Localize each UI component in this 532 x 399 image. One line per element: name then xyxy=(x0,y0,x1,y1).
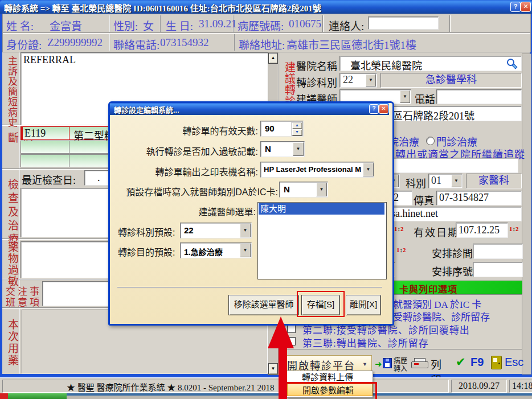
dialog-help-button[interactable]: ? xyxy=(369,104,379,114)
selected-row-marker xyxy=(21,127,23,139)
dialog-separator xyxy=(117,287,382,288)
referral-dept-combo[interactable]: 22 ▼ xyxy=(339,73,377,88)
patient-chart-value: 010675 xyxy=(289,18,321,30)
menu-item-highlight xyxy=(283,382,377,399)
seq-label: 安排序號 xyxy=(432,264,473,278)
check-icon: ✔ xyxy=(456,355,466,369)
taskbar-strip xyxy=(0,393,532,399)
status-cell-time: 14:18 xyxy=(509,380,532,393)
doctor-listbox[interactable]: 陳大明 xyxy=(257,202,387,279)
import-record-label-2: 轉入 xyxy=(394,363,407,373)
complaint-text: REFERRAL xyxy=(23,54,76,66)
printer-value: HP LaserJet Professional M xyxy=(264,165,362,174)
spinner-down-icon[interactable]: ▼ xyxy=(292,129,302,136)
scroll-down-button[interactable]: ▼ xyxy=(268,363,278,375)
import-record-button[interactable]: ➜ 病歷 轉入 xyxy=(375,355,408,374)
date-sort-icon[interactable]: 1↕2 xyxy=(394,225,404,232)
esc-label: Esc xyxy=(505,356,523,369)
patient-name-label: 姓 名: xyxy=(6,18,34,33)
valid-date-input[interactable]: 107.12.25 xyxy=(456,223,508,238)
date-sort-icon[interactable]: 1↕2 xyxy=(509,225,519,232)
chevron-down-icon[interactable]: ▼ xyxy=(240,244,251,257)
fax-input[interactable]: 07-3154827 xyxy=(436,191,522,205)
room-input[interactable] xyxy=(473,244,523,259)
patient-phone-value: 073154932 xyxy=(160,36,209,49)
valid-days-label: 轉診單的有效天數: xyxy=(144,124,258,137)
radio-outpatient[interactable] xyxy=(426,137,435,145)
window-title: 轉診系統 => 轉至 臺北榮民總醫院 ID:0601160016 住址:台北市北… xyxy=(4,2,505,14)
print-option-fragment-2: 受轉診醫院、診所留存 xyxy=(393,309,490,323)
status-date: 2018.09.27 xyxy=(459,381,500,390)
doctor-list-item-selected[interactable]: 陳大明 xyxy=(259,203,384,215)
hospital-label: 醫院名稱 xyxy=(296,58,337,73)
window-border-left xyxy=(0,0,2,377)
window-close-button[interactable]: ✕ xyxy=(521,2,531,12)
patient-address-value: 高雄市三民區德北街1號1樓 xyxy=(287,36,416,52)
patient-gender-value: 女 xyxy=(143,18,154,33)
dialog-close-button[interactable]: ✕ xyxy=(379,104,388,114)
purpose-default-value: 1.急診治療 xyxy=(184,246,223,257)
valid-days-spinner[interactable]: 90 ▲ ▼ xyxy=(260,121,304,137)
fax-label: 傳真 xyxy=(414,192,434,207)
hospital-input[interactable]: 臺北榮民總醫院 xyxy=(339,56,522,71)
esc-exit-button[interactable]: Esc xyxy=(491,354,529,373)
date-sort-icon[interactable]: 1↕2 xyxy=(396,246,406,253)
allergy-flag-combo[interactable]: N ▼ xyxy=(260,141,305,157)
patient-id-value: Z299999992 xyxy=(47,36,103,49)
remove-doctor-button[interactable]: 移除該選單醫師 xyxy=(228,295,299,315)
dept-default-value: 22 xyxy=(184,225,194,235)
patient-contact-input[interactable] xyxy=(368,17,439,30)
print-button[interactable]: 列印 xyxy=(411,355,451,374)
scroll-up-button[interactable]: ▲ xyxy=(268,53,278,64)
referral-dept-label: 轉診科別 xyxy=(296,75,337,89)
referral-dept-name-box: 急診醫學科 xyxy=(380,73,522,88)
dept2-code: 01 xyxy=(431,175,441,187)
chevron-down-icon[interactable]: ▼ xyxy=(400,91,410,103)
f9-label: F9 xyxy=(470,356,484,369)
fax-value: 07-3154827 xyxy=(439,192,489,204)
status-app-info: ★ 醫聖 醫療院所作業系統 ★ 8.0201 - September.21 20… xyxy=(67,381,275,393)
diagnosis-code: E119 xyxy=(24,127,46,139)
patient-gender-label: 性別: xyxy=(113,18,138,33)
chevron-down-icon[interactable]: ▼ xyxy=(316,183,327,196)
patient-birth-label: 生 日: xyxy=(166,18,193,33)
remove-doctor-label: 移除該選單醫師 xyxy=(234,299,293,309)
window-help-button[interactable]: ? xyxy=(510,2,521,12)
ic-card-combo[interactable]: N ▼ xyxy=(279,182,328,198)
chevron-down-icon[interactable]: ▼ xyxy=(451,175,461,187)
doctor-name: 陳大明 xyxy=(259,204,286,213)
sidebar-label-allergy: 藥物過敏 xyxy=(5,241,20,288)
chevron-down-icon[interactable]: ▼ xyxy=(240,224,251,237)
status-bar: ★ 醫聖 醫療院所作業系統 ★ 8.0201 - September.21 20… xyxy=(0,377,532,394)
chevron-down-icon[interactable]: ▼ xyxy=(363,163,374,176)
search-icon[interactable] xyxy=(507,59,514,66)
patient-contact-label: 連絡人: xyxy=(329,18,364,33)
hospital-phone-fragment: 2 xyxy=(394,192,399,204)
valid-days-value: 90 xyxy=(265,124,275,133)
purpose-default-combo[interactable]: 1.急診治療 ▼ xyxy=(180,242,252,258)
chevron-down-icon[interactable]: ▼ xyxy=(366,74,376,87)
printer-icon xyxy=(411,358,428,369)
right-panel-scrollbar[interactable] xyxy=(522,54,531,375)
allergy-flag-label: 執行轉診是否加入過敏記載: xyxy=(121,144,258,158)
dialog-title-bar[interactable]: 轉診設定編輯系統... ? ✕ xyxy=(110,103,389,115)
import-arrow-icon: ➜ xyxy=(375,359,382,369)
title-bar: 轉診系統 => 轉至 臺北榮民總醫院 ID:0601160016 住址:台北市北… xyxy=(0,0,532,14)
seq-input[interactable] xyxy=(473,262,523,277)
status-cell-app: ★ 醫聖 醫療院所作業系統 ★ 8.0201 - September.21 20… xyxy=(2,380,449,393)
dept-default-label: 轉診科別預設: xyxy=(118,225,178,238)
room-label: 安排診間 xyxy=(432,245,473,260)
f9-confirm-button[interactable]: ✔ F9 xyxy=(456,354,489,373)
chevron-down-icon: ▼ xyxy=(362,361,367,367)
taskbar-red-block xyxy=(0,393,8,399)
printer-combo[interactable]: HP LaserJet Professional M ▼ xyxy=(260,162,374,178)
recent-exam-label: 最近檢查日: xyxy=(22,172,76,187)
patient-phone-label: 聯絡電話: xyxy=(113,36,159,52)
dept2-combo[interactable]: 01 ▼ xyxy=(428,174,463,188)
chevron-down-icon[interactable]: ▼ xyxy=(293,142,304,156)
sidebar-label-medication: 本次用藥 xyxy=(5,319,20,368)
dept-default-combo[interactable]: 22 ▼ xyxy=(180,223,252,238)
tel-input[interactable] xyxy=(436,89,522,104)
print-option-label-4: 第三聯:轉出醫院、診所留存 xyxy=(302,335,429,349)
exit-button[interactable]: 離開[X] xyxy=(346,295,381,315)
